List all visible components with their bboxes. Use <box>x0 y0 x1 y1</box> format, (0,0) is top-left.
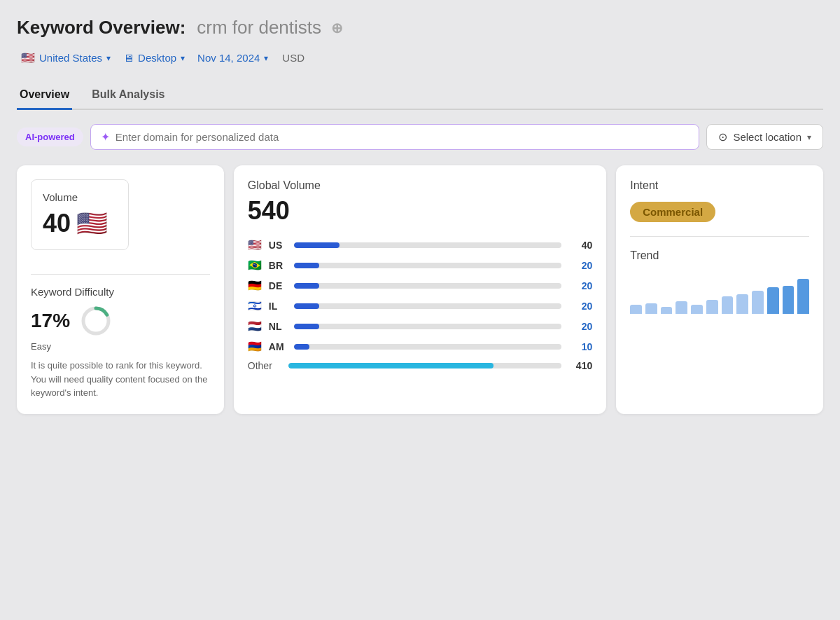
currency-label: USD <box>282 52 304 64</box>
location-flag: 🇺🇸 <box>21 51 35 64</box>
country-row: 🇺🇸 US 40 <box>248 238 592 252</box>
trend-section: Trend <box>630 249 809 314</box>
country-flag: 🇦🇲 <box>248 340 263 353</box>
tab-overview[interactable]: Overview <box>17 81 72 110</box>
trend-bar <box>630 305 642 314</box>
date-chevron: ▾ <box>264 53 268 63</box>
select-location-label: Select location <box>733 131 802 143</box>
country-count: 20 <box>567 260 592 271</box>
country-flag: 🇮🇱 <box>248 299 263 312</box>
trend-bar <box>752 291 764 314</box>
intent-badge: Commercial <box>630 202 715 222</box>
location-label: United States <box>39 52 102 64</box>
tab-bulk-analysis[interactable]: Bulk Analysis <box>89 81 167 110</box>
bar-track <box>294 263 561 268</box>
bar-fill <box>294 242 340 248</box>
bar-fill <box>294 324 319 329</box>
domain-input[interactable] <box>115 131 690 143</box>
device-icon: 🖥 <box>123 52 134 64</box>
page-header: Keyword Overview: crm for dentists ⊕ <box>17 17 823 39</box>
other-count: 410 <box>567 360 592 371</box>
kd-value-row: 17% <box>31 305 210 337</box>
left-card: Volume 40 🇺🇸 Keyword Difficulty 17% Easy… <box>17 165 224 414</box>
trend-label: Trend <box>630 249 809 262</box>
volume-flag: 🇺🇸 <box>76 209 108 238</box>
donut-container <box>80 305 112 337</box>
trend-bar <box>783 286 794 314</box>
device-selector[interactable]: 🖥 Desktop ▾ <box>119 49 189 67</box>
right-card: Intent Commercial Trend <box>616 165 823 414</box>
title-prefix: Keyword Overview: <box>17 17 186 39</box>
trend-bar <box>706 300 718 314</box>
bar-track <box>294 242 561 248</box>
trend-bar <box>645 303 657 314</box>
bar-track <box>294 324 561 329</box>
country-count: 20 <box>567 321 592 332</box>
country-count: 20 <box>567 301 592 312</box>
country-count: 40 <box>567 240 592 251</box>
add-icon[interactable]: ⊕ <box>331 20 343 36</box>
trend-bar <box>661 307 673 314</box>
bar-track <box>294 344 561 350</box>
other-label: Other <box>248 360 283 371</box>
card-divider <box>31 274 210 275</box>
country-row: 🇩🇪 DE 20 <box>248 279 592 292</box>
location-chevron: ▾ <box>106 53 111 63</box>
country-list: 🇺🇸 US 40 🇧🇷 BR 20 🇩🇪 DE 20 🇮🇱 IL <box>248 238 592 353</box>
trend-bar <box>797 279 809 314</box>
middle-card: Global Volume 540 🇺🇸 US 40 🇧🇷 BR 20 🇩🇪 D… <box>234 165 606 414</box>
page-title: Keyword Overview: crm for dentists ⊕ <box>17 17 823 39</box>
kd-desc: It is quite possible to rank for this ke… <box>31 359 210 400</box>
bar-track <box>294 283 561 289</box>
country-code: NL <box>269 321 288 332</box>
other-row: Other 410 <box>248 360 592 371</box>
kd-percent: 17% <box>31 310 70 332</box>
country-code: US <box>269 240 288 251</box>
bar-fill <box>294 263 319 268</box>
intent-section: Intent Commercial <box>630 179 809 222</box>
country-code: IL <box>269 301 288 312</box>
easy-label: Easy <box>31 341 210 352</box>
tab-bar: Overview Bulk Analysis <box>17 81 823 110</box>
select-location-btn[interactable]: ⊙ Select location ▾ <box>706 124 823 150</box>
country-code: AM <box>269 341 288 352</box>
toolbar: 🇺🇸 United States ▾ 🖥 Desktop ▾ Nov 14, 2… <box>17 48 823 67</box>
bar-track <box>294 303 561 309</box>
other-bar-track <box>288 363 561 368</box>
country-row: 🇦🇲 AM 10 <box>248 340 592 353</box>
ai-badge: AI-powered <box>17 128 83 146</box>
other-bar-fill <box>288 363 493 368</box>
location-chevron-icon: ▾ <box>807 132 811 142</box>
trend-bar <box>676 301 687 314</box>
domain-input-wrapper[interactable]: ✦ <box>90 124 700 150</box>
trend-bar <box>722 296 734 314</box>
device-label: Desktop <box>138 52 176 64</box>
country-flag: 🇧🇷 <box>248 259 263 272</box>
trend-chart <box>630 272 809 314</box>
cards-row: Volume 40 🇺🇸 Keyword Difficulty 17% Easy… <box>17 165 823 414</box>
location-pin-icon: ⊙ <box>718 130 727 144</box>
trend-bar <box>691 305 703 314</box>
query-text: crm for dentists <box>197 17 321 39</box>
country-row: 🇮🇱 IL 20 <box>248 299 592 312</box>
country-flag: 🇩🇪 <box>248 279 263 292</box>
donut-chart <box>80 305 112 337</box>
bar-fill <box>294 303 319 309</box>
country-count: 20 <box>567 280 592 291</box>
country-row: 🇧🇷 BR 20 <box>248 259 592 272</box>
country-flag: 🇳🇱 <box>248 319 263 333</box>
volume-value: 40 🇺🇸 <box>43 209 117 238</box>
date-selector[interactable]: Nov 14, 2024 ▾ <box>193 49 272 67</box>
bar-fill <box>294 344 309 350</box>
global-vol-label: Global Volume <box>248 179 592 192</box>
date-label: Nov 14, 2024 <box>197 52 260 64</box>
location-selector[interactable]: 🇺🇸 United States ▾ <box>17 48 115 67</box>
country-count: 10 <box>567 341 592 352</box>
bar-fill <box>294 283 319 289</box>
volume-box: Volume 40 🇺🇸 <box>31 179 129 250</box>
country-flag: 🇺🇸 <box>248 238 263 252</box>
global-vol-value: 540 <box>248 196 592 226</box>
volume-label: Volume <box>43 191 117 203</box>
sparkle-icon: ✦ <box>101 130 110 144</box>
device-chevron: ▾ <box>181 53 185 63</box>
